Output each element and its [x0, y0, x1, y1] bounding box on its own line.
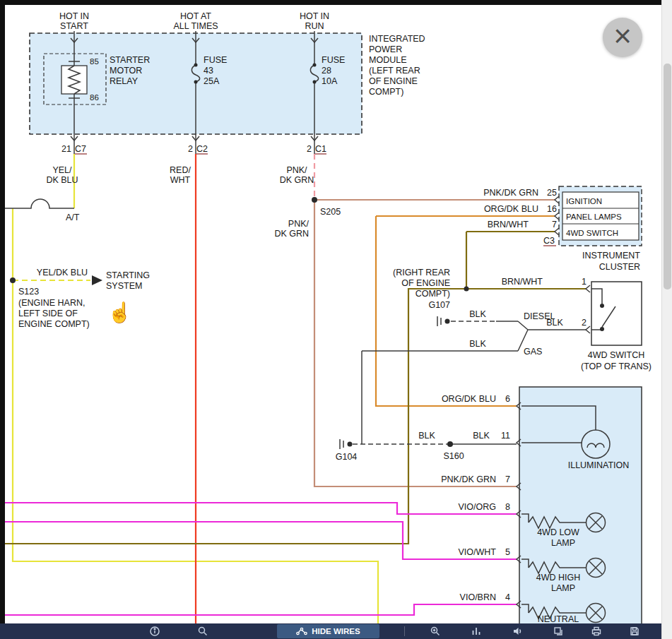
- close-button[interactable]: ×: [603, 18, 642, 57]
- feed-label: START: [60, 21, 88, 31]
- fuse-43-label: 43: [204, 66, 213, 76]
- wire-color-label: DK GRN: [274, 229, 309, 239]
- feed-label: HOT IN: [300, 11, 329, 21]
- 4wd-switch-box: [591, 282, 642, 345]
- wire-color-label: WHT: [170, 175, 191, 185]
- lamp-name: 4WD LOW: [537, 527, 579, 537]
- starting-system-label: SYSTEM: [106, 281, 142, 291]
- pin-number: 4: [505, 592, 510, 602]
- wire-icon: [296, 627, 307, 635]
- search-icon[interactable]: [197, 626, 208, 637]
- vio-wht-wire: [5, 522, 517, 559]
- pin-number: 16: [547, 204, 557, 214]
- wire-color-label: BRN/WHT: [502, 277, 543, 287]
- switch-name: 4WD SWITCH: [588, 350, 645, 360]
- wire-color-label: PNK/: [286, 165, 307, 175]
- g107-dot: [445, 319, 450, 324]
- pin-number: 6: [505, 394, 510, 404]
- pin-number: 1: [582, 277, 586, 287]
- connector-ref-c3: C3: [543, 236, 555, 246]
- starting-system-label: STARTING: [106, 270, 150, 280]
- wire-color-label: VIO/BRN: [460, 592, 496, 602]
- wire-color-label: BLK: [469, 339, 486, 349]
- wire-color-label: PNK/: [288, 219, 310, 229]
- scrollbar-thumb[interactable]: [664, 64, 671, 289]
- cluster-name: CLUSTER: [599, 262, 640, 272]
- info-icon[interactable]: [149, 626, 160, 637]
- switch-contact-dot: [600, 327, 604, 331]
- wiring-diagram-canvas: HOT IN START HOT AT ALL TIMES HOT IN RUN…: [0, 0, 672, 639]
- lamp-name: NEUTRAL: [538, 614, 579, 624]
- module-title: (LEFT REAR: [369, 66, 420, 76]
- gas-label: GAS: [524, 347, 542, 357]
- relay-label: MOTOR: [110, 66, 142, 76]
- at-option-hump: [5, 199, 74, 208]
- lamp-name: 4WD HIGH: [536, 573, 581, 583]
- switch-contact-dot: [600, 304, 604, 308]
- wire-color-label: DK BLU: [46, 175, 78, 185]
- layers-icon[interactable]: [553, 626, 564, 637]
- connector-ref-c1: C1: [315, 144, 326, 154]
- wire-color-label: PNK/DK GRN: [441, 474, 496, 484]
- lamp-module-box: [519, 387, 642, 639]
- print-icon[interactable]: [591, 626, 602, 637]
- splice-s160-label: S160: [443, 451, 464, 461]
- module-title: COMPT): [369, 87, 403, 97]
- save-icon[interactable]: [629, 626, 640, 637]
- pin-number: 5: [505, 547, 510, 557]
- connector-arrow-icon: [71, 136, 318, 141]
- cluster-name: INSTRUMENT: [582, 251, 640, 261]
- g104-label: G104: [336, 452, 358, 462]
- splice-s123-dot: [10, 277, 16, 283]
- connector-ref-c7: C7: [75, 144, 86, 154]
- bottom-toolbar: HIDE WIRES: [0, 623, 661, 639]
- pin-number: 11: [501, 431, 510, 441]
- relay-pin-85: 85: [90, 57, 99, 66]
- illumination-label: ILLUMINATION: [568, 460, 630, 470]
- g104-dot: [348, 442, 353, 447]
- hide-wires-label: HIDE WIRES: [312, 627, 360, 635]
- module-title: INTEGRATED: [369, 34, 425, 44]
- relay-pin-86: 86: [90, 93, 99, 102]
- module-title: OF ENGINE: [369, 76, 418, 86]
- wire-color-label: ORG/DK BLU: [484, 204, 538, 214]
- at-label: A/T: [66, 213, 80, 222]
- wire-color-label: BLK: [546, 318, 563, 328]
- lamp-name: LAMP: [551, 538, 575, 548]
- feed-label: RUN: [305, 21, 324, 31]
- relay-label: STARTER: [110, 55, 150, 65]
- fuse-end-dot: [313, 64, 317, 67]
- fuse-end-dot: [313, 80, 317, 84]
- wire-color-label: DK GRN: [280, 175, 314, 185]
- panel-boxes: [30, 33, 642, 639]
- lamp-name: LAMP: [551, 583, 575, 593]
- toolbar-separator: [404, 626, 405, 636]
- close-icon: ×: [613, 20, 632, 52]
- cluster-cell-label: PANEL LAMPS: [566, 213, 622, 221]
- vertical-scrollbar[interactable]: [661, 0, 672, 639]
- brn-wire-segment: [5, 289, 586, 544]
- feed-label: HOT AT: [180, 11, 211, 21]
- wire-color-label: ORG/DK BLU: [442, 394, 496, 404]
- pin-number: 25: [547, 188, 557, 198]
- feed-label: HOT IN: [59, 11, 89, 21]
- hide-wires-button[interactable]: HIDE WIRES: [277, 624, 379, 638]
- pin-number: 2: [582, 318, 586, 328]
- connector-pin: 2: [188, 144, 193, 154]
- cluster-cell-label: 4WD SWITCH: [566, 229, 618, 237]
- wire-color-label: BLK: [418, 431, 435, 441]
- tan-wire-segment: [314, 200, 517, 486]
- splice-s205-dot: [312, 197, 317, 203]
- zoom-in-icon[interactable]: [430, 626, 441, 637]
- chart-icon[interactable]: [471, 626, 482, 637]
- speaker-icon[interactable]: [512, 626, 523, 637]
- module-title: POWER: [369, 44, 402, 54]
- cluster-cell-label: IGNITION: [566, 197, 602, 205]
- splice-s123-label: S123: [18, 287, 39, 297]
- fuse-28-label: FUSE: [322, 55, 345, 65]
- g104-ground-icon: [340, 439, 343, 449]
- vio-brn-wire: [5, 604, 517, 615]
- fuse-43-label: FUSE: [204, 55, 227, 65]
- fuse-end-dot: [194, 64, 198, 67]
- pin-number: 7: [552, 220, 557, 229]
